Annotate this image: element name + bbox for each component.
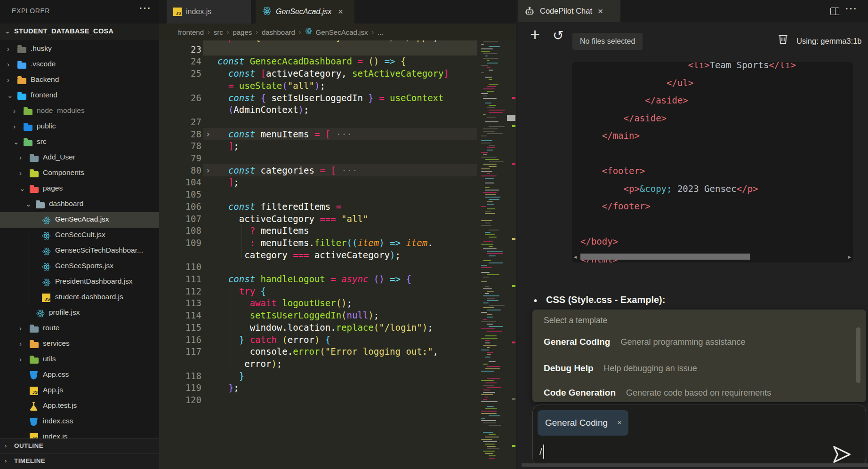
breadcrumb-separator: › (371, 28, 374, 36)
react-icon (262, 6, 272, 16)
tree-item-presidentdashboard-jsx[interactable]: PresidentDashboard.jsx (0, 274, 159, 290)
more-actions-icon[interactable]: ··· (845, 3, 858, 14)
line-number: 25 (159, 67, 201, 79)
tree-item-profile-jsx[interactable]: profile.jsx (0, 305, 159, 321)
text-cursor (543, 445, 544, 459)
template-option-code-generation[interactable]: Code GenerationGenerate code based on re… (544, 388, 771, 398)
code-block-hscrollbar[interactable]: ◂ ▸ (574, 253, 851, 260)
chevron-right-icon: › (13, 107, 16, 115)
fold-chevron-icon[interactable]: › (206, 164, 210, 176)
tab-gensecacad-jsx[interactable]: GenSecAcad.jsx× (256, 0, 354, 24)
template-option-name: Code Generation (544, 388, 616, 398)
new-chat-button[interactable]: + (530, 26, 540, 43)
template-chip-label: General Coding (545, 418, 608, 428)
tree-item-index-css[interactable]: index.css (0, 414, 159, 429)
code-line: (AdminContext); (159, 103, 516, 116)
history-icon[interactable]: ↺ (553, 29, 563, 42)
tree-item-label: Add_User (43, 153, 75, 161)
panel-bottom-scrollbar[interactable] (522, 463, 868, 467)
code-line: 110 (159, 261, 516, 273)
breadcrumb-item-dashboard[interactable]: dashboard (262, 28, 295, 36)
tab-codepilot-chat[interactable]: CodePilot Chat × (518, 0, 620, 22)
minimap[interactable] (480, 41, 502, 467)
breadcrumb-item-frontend[interactable]: frontend (178, 28, 204, 36)
outline-label: OUTLINE (14, 442, 43, 449)
breadcrumb-separator: › (256, 28, 258, 36)
tree-item-label: Components (43, 168, 84, 177)
split-editor-icon[interactable] (830, 8, 839, 15)
tree-item-label: index.js (43, 432, 68, 438)
chat-input-box[interactable]: General Coding × / (532, 405, 866, 466)
javascript-icon: JS (30, 433, 38, 438)
breadcrumb-item-src[interactable]: src (214, 28, 223, 36)
tree-item-vscode[interactable]: ›.vscode (0, 57, 159, 72)
tree-item-frontend[interactable]: ⌄frontend (0, 88, 159, 103)
close-icon[interactable]: × (338, 7, 343, 17)
tree-item-gensecsports-jsx[interactable]: GenSecSports.jsx (0, 259, 159, 274)
chevron-right-icon: › (7, 45, 9, 53)
tree-item-index-js[interactable]: JSindex.js (0, 429, 159, 438)
line-number: 26 (159, 92, 201, 104)
breadcrumb-item-pages[interactable]: pages (233, 28, 252, 36)
fold-chevron-icon[interactable]: › (206, 128, 210, 140)
timeline-section-header[interactable]: › TIMELINE (0, 453, 159, 469)
dropdown-scrollbar-thumb[interactable] (856, 327, 860, 383)
code-editor[interactable]: 22import { AdminContext } from '../../Ap… (159, 40, 516, 469)
tree-item-label: .husky (31, 44, 52, 53)
line-number: 28 (159, 128, 201, 140)
codepilot-chat-panel: CodePilot Chat × ··· + ↺ No files select… (518, 0, 868, 469)
trash-icon[interactable] (777, 32, 789, 47)
tree-item-public[interactable]: ›public (0, 119, 159, 135)
explorer-more-actions-icon[interactable]: ··· (139, 3, 152, 14)
tree-item-services[interactable]: ›services (0, 336, 159, 352)
template-option-debug-help[interactable]: Debug HelpHelp debugging an issue (544, 363, 697, 374)
chat-code-line: <li>Team Sports</li> (580, 62, 796, 72)
editor-group: JSindex.jsGenSecAcad.jsx× frontend›src›p… (159, 0, 516, 469)
tree-item-add-user[interactable]: ›Add_User (0, 150, 159, 166)
tree-item-dashboard[interactable]: ⌄dashboard (0, 197, 159, 212)
tree-item-app-test-js[interactable]: App.test.js (0, 398, 159, 414)
tree-item-pages[interactable]: ⌄pages (0, 181, 159, 197)
editor-scrollbar[interactable] (506, 40, 516, 469)
tree-item-husky[interactable]: ›.husky (0, 41, 159, 57)
code-line: 80›const categories = [ ··· (159, 164, 516, 176)
chat-input[interactable]: / (539, 445, 544, 459)
folder-icon (17, 47, 26, 53)
tree-item-gensecscitechdashboar[interactable]: GensecSciTechDashboar... (0, 243, 159, 259)
chat-code-line: </footer> (580, 199, 651, 213)
tree-item-genseccult-jsx[interactable]: GenSecCult.jsx (0, 228, 159, 243)
editor-tab-bar: JSindex.jsGenSecAcad.jsx× (159, 0, 516, 24)
tree-item-components[interactable]: ›Components (0, 166, 159, 181)
tree-item-gensecacad-jsx[interactable]: GenSecAcad.jsx (0, 212, 159, 228)
close-icon[interactable]: × (598, 6, 603, 16)
tree-item-route[interactable]: ›route (0, 321, 159, 336)
line-number: 117 (159, 345, 201, 358)
hscrollbar-thumb[interactable] (580, 254, 750, 260)
chevron-down-icon: ⌄ (13, 138, 19, 146)
tree-item-label: route (43, 324, 59, 332)
scroll-right-icon[interactable]: ▸ (848, 254, 851, 260)
scrollbar-thumb[interactable] (507, 115, 515, 121)
explorer-sidebar: EXPLORER ··· ⌄ STUDENT_DATABASE_COSA ›.h… (0, 0, 159, 469)
chevron-right-icon: › (19, 356, 22, 363)
outline-section-header[interactable]: › OUTLINE (0, 438, 159, 453)
breadcrumb-item-[interactable]: ... (378, 28, 384, 36)
code-line: 115window.location.replace("/login"); (159, 321, 516, 334)
tree-item-src[interactable]: ⌄src (0, 135, 159, 150)
robot-icon (524, 6, 535, 17)
scroll-left-icon[interactable]: ◂ (574, 254, 577, 260)
breadcrumb-item-gensecacad-jsx[interactable]: GenSecAcad.jsx (316, 28, 368, 36)
line-number: 109 (159, 237, 201, 249)
tree-item-node-modules[interactable]: ›node_modules (0, 103, 159, 119)
tree-item-app-css[interactable]: App.css (0, 367, 159, 383)
folder-icon (30, 358, 39, 364)
tab-index-js[interactable]: JSindex.js (167, 0, 251, 24)
project-root-row[interactable]: ⌄ STUDENT_DATABASE_COSA (0, 24, 159, 40)
tree-item-app-js[interactable]: JSApp.js (0, 383, 159, 398)
template-option-general-coding[interactable]: General CodingGeneral programming assist… (544, 337, 746, 347)
tree-item-utils[interactable]: ›utils (0, 352, 159, 367)
tree-item-backend[interactable]: ›Backend (0, 72, 159, 88)
tree-item-student-dashboard-js[interactable]: JSstudent-dashboard.js (0, 290, 159, 305)
close-icon[interactable]: × (617, 418, 622, 428)
template-option-name: Debug Help (544, 363, 594, 374)
